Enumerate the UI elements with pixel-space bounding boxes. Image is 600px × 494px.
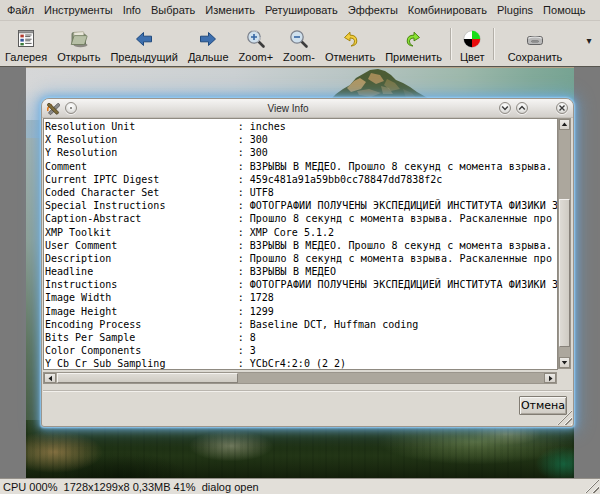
metadata-value: 1299 — [250, 306, 274, 317]
metadata-label: Image Height : — [45, 306, 250, 317]
save-button[interactable]: Сохранить — [503, 25, 568, 63]
metadata-row[interactable]: User Comment : ВЗРЫВЫ В МЕДЕО. Прошло 8 … — [45, 239, 557, 252]
zoom-in-button[interactable]: Zoom+ — [234, 25, 279, 63]
metadata-value: Прошло 8 секунд с момента взрыва. Раскал… — [250, 213, 552, 224]
gallery-button[interactable]: Галерея — [0, 25, 52, 63]
metadata-row[interactable]: Color Components : 3 — [45, 344, 557, 357]
menu-bar: ФайлИнструментыInfoВыбратьИзменитьРетуши… — [0, 0, 600, 21]
scroll-down-button[interactable] — [559, 357, 570, 368]
metadata-label: X Resolution : — [45, 134, 250, 145]
redo-button[interactable]: Применить — [380, 25, 447, 63]
menu-item-file[interactable]: Файл — [2, 2, 39, 18]
menu-item-edit[interactable]: Изменить — [200, 2, 260, 18]
metadata-value: ВЗРЫВЫ В МЕДЕО. Прошло 8 секунд с момент… — [250, 240, 552, 251]
metadata-row[interactable]: Description : Прошло 8 секунд с момента … — [45, 252, 557, 265]
cancel-button[interactable]: Отмена — [519, 396, 567, 415]
maximize-button[interactable] — [516, 102, 528, 114]
metadata-list[interactable]: Resolution Unit : inchesX Resolution : 3… — [43, 118, 558, 370]
vertical-scroll-thumb[interactable] — [559, 199, 570, 347]
metadata-label: Current IPTC Digest : — [45, 174, 250, 185]
metadata-label: User Comment : — [45, 240, 250, 251]
menu-item-info[interactable]: Info — [118, 2, 146, 18]
metadata-label: Comment : — [45, 161, 250, 172]
menu-item-help[interactable]: Помощь — [538, 2, 591, 18]
metadata-value: Прошло 8 секунд с момента взрыва. Раскал… — [250, 253, 552, 264]
arrow-left-icon — [47, 375, 54, 382]
metadata-value: ФОТОГРАФИИ ПОЛУЧЕНЫ ЭКСПЕДИЦИЕЙ ИНСТИТУТ… — [250, 279, 558, 290]
menu-item-effects[interactable]: Эффекты — [343, 2, 403, 18]
toolbar-button-label: Дальше — [188, 51, 229, 63]
toolbar-button-label: Галерея — [5, 51, 47, 63]
close-button[interactable] — [556, 102, 568, 114]
previous-button[interactable]: Предыдущий — [105, 25, 182, 63]
toolbar-overflow-button[interactable]: ▾ — [583, 35, 595, 47]
arrow-left-icon — [133, 28, 155, 50]
zoom-out-button[interactable]: Zoom- — [278, 25, 320, 63]
metadata-value: YCbCr4:2:0 (2 2) — [250, 358, 346, 369]
scroll-up-button[interactable] — [559, 119, 570, 130]
toolbar-button-label: Цвет — [460, 51, 485, 63]
image-canvas: View Info Resolution Unit : inchesX Reso… — [0, 66, 600, 478]
undo-button[interactable]: Отменить — [320, 25, 380, 63]
metadata-label: Caption-Abstract : — [45, 213, 250, 224]
toolbar-button-label: Zoom+ — [239, 51, 274, 63]
metadata-row[interactable]: Special Instructions : ФОТОГРАФИИ ПОЛУЧЕ… — [45, 199, 557, 212]
toolbar-separator — [493, 28, 495, 60]
toolbar-button-label: Предыдущий — [110, 51, 177, 63]
zoom-out-icon — [288, 28, 310, 50]
shade-button[interactable] — [499, 102, 511, 114]
metadata-row[interactable]: Coded Character Set : UTF8 — [45, 186, 557, 199]
metadata-value: inches — [250, 121, 286, 132]
scroll-left-button[interactable] — [44, 373, 56, 383]
window-resize-grip[interactable] — [584, 479, 599, 493]
metadata-label: Description : — [45, 253, 250, 264]
menu-item-tools[interactable]: Инструменты — [39, 2, 118, 18]
metadata-label: Y Cb Cr Sub Sampling : — [45, 358, 250, 369]
metadata-row[interactable]: Current IPTC Digest : 459c481a91a59bb0cc… — [45, 173, 557, 186]
metadata-row[interactable]: XMP Toolkit : XMP Core 5.1.2 — [45, 226, 557, 239]
metadata-row[interactable]: Comment : ВЗРЫВЫ В МЕДЕО. Прошло 8 секун… — [45, 160, 557, 173]
metadata-row[interactable]: Resolution Unit : inches — [45, 120, 557, 133]
color-button[interactable]: Цвет — [455, 25, 490, 63]
metadata-row[interactable]: X Resolution : 300 — [45, 133, 557, 146]
metadata-value: 300 — [250, 147, 268, 158]
toolbar-button-label: Применить — [385, 51, 442, 63]
metadata-row[interactable]: Encoding Process : Baseline DCT, Huffman… — [45, 318, 557, 331]
metadata-row[interactable]: Y Resolution : 300 — [45, 146, 557, 159]
metadata-row[interactable]: Headline : ВЗРЫВЫ В МЕДЕО — [45, 265, 557, 278]
photo-forest-texture — [26, 420, 574, 478]
toolbar-button-label: Отменить — [325, 51, 375, 63]
metadata-row[interactable]: Image Width : 1728 — [45, 291, 557, 304]
metadata-row[interactable]: Instructions : ФОТОГРАФИИ ПОЛУЧЕНЫ ЭКСПЕ… — [45, 278, 557, 291]
metadata-row[interactable]: Bits Per Sample : 8 — [45, 331, 557, 344]
metadata-row[interactable]: Y Cb Cr Sub Sampling : YCbCr4:2:0 (2 2) — [45, 357, 557, 370]
metadata-label: XMP Toolkit : — [45, 227, 250, 238]
vertical-scrollbar[interactable] — [558, 118, 571, 369]
pin-button[interactable] — [65, 102, 77, 114]
menu-item-select[interactable]: Выбрать — [146, 2, 200, 18]
toolbar-button-label: Сохранить — [508, 51, 563, 63]
metadata-value: 459c481a91a59bb0cc78847dd7838f2c — [250, 174, 443, 185]
menu-item-combine[interactable]: Комбинировать — [403, 2, 492, 18]
arrow-right-icon — [197, 28, 219, 50]
dialog-titlebar[interactable]: View Info — [42, 99, 573, 118]
scroll-right-button[interactable] — [544, 373, 556, 383]
metadata-row[interactable]: Caption-Abstract : Прошло 8 секунд с мом… — [45, 212, 557, 225]
metadata-label: Resolution Unit : — [45, 121, 250, 132]
next-button[interactable]: Дальше — [183, 25, 234, 63]
metadata-value: XMP Core 5.1.2 — [250, 227, 334, 238]
metadata-row[interactable]: Image Height : 1299 — [45, 305, 557, 318]
status-bar: CPU 000% 1728x1299x8 0,33MB 41% dialog o… — [0, 478, 600, 494]
metadata-label: Encoding Process : — [45, 319, 250, 330]
metadata-value: 8 — [250, 332, 256, 343]
menu-item-plugins[interactable]: Plugins — [492, 2, 538, 18]
menu-item-retouch[interactable]: Ретушировать — [260, 2, 343, 18]
metadata-value: 3 — [250, 345, 256, 356]
horizontal-scrollbar[interactable] — [43, 372, 557, 384]
metadata-value: 300 — [250, 134, 268, 145]
metadata-list-area: Resolution Unit : inchesX Resolution : 3… — [43, 118, 571, 370]
arrow-down-icon — [561, 359, 568, 366]
horizontal-scroll-thumb[interactable] — [57, 373, 238, 383]
close-icon — [558, 104, 566, 112]
open-button[interactable]: Открыть — [52, 25, 105, 63]
